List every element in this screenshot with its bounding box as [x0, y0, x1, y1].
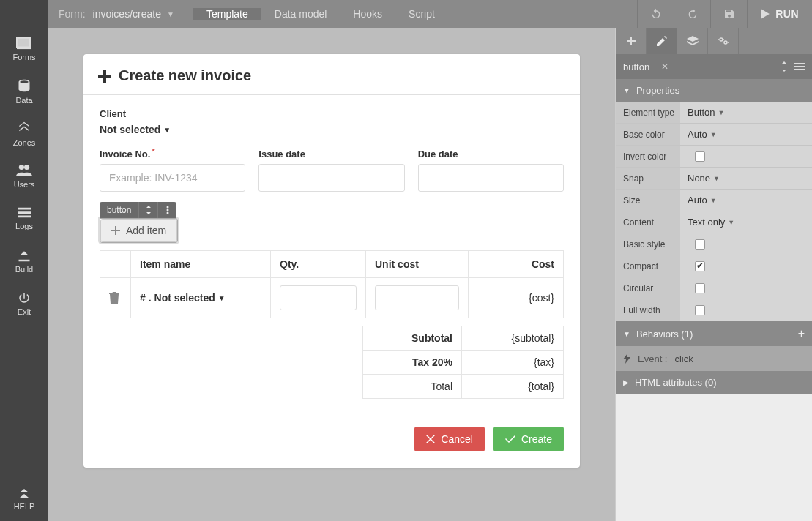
- top-bar: Form: invoices/create ▼ Template Data mo…: [0, 0, 812, 28]
- play-icon: [761, 9, 770, 19]
- tab-script[interactable]: Script: [395, 8, 448, 20]
- undo-icon: [650, 8, 662, 20]
- save-icon: [723, 8, 735, 20]
- save-button[interactable]: [710, 0, 747, 28]
- tab-template[interactable]: Template: [193, 8, 261, 20]
- run-button[interactable]: RUN: [747, 0, 812, 28]
- tab-hooks[interactable]: Hooks: [340, 8, 395, 20]
- tab-data-model[interactable]: Data model: [261, 8, 340, 20]
- form-selector[interactable]: invoices/create ▼: [90, 8, 182, 20]
- chevron-down-icon: ▼: [167, 10, 174, 18]
- top-tabs: Template Data model Hooks Script: [193, 8, 448, 20]
- form-name: invoices/create: [93, 8, 161, 20]
- undo-button[interactable]: [637, 0, 674, 28]
- sidebar: Forms Data Zones Users Logs Build Exit H…: [0, 0, 48, 28]
- run-label: RUN: [775, 8, 799, 20]
- redo-button[interactable]: [674, 0, 710, 28]
- redo-icon: [687, 8, 699, 20]
- form-label: Form:: [59, 8, 86, 20]
